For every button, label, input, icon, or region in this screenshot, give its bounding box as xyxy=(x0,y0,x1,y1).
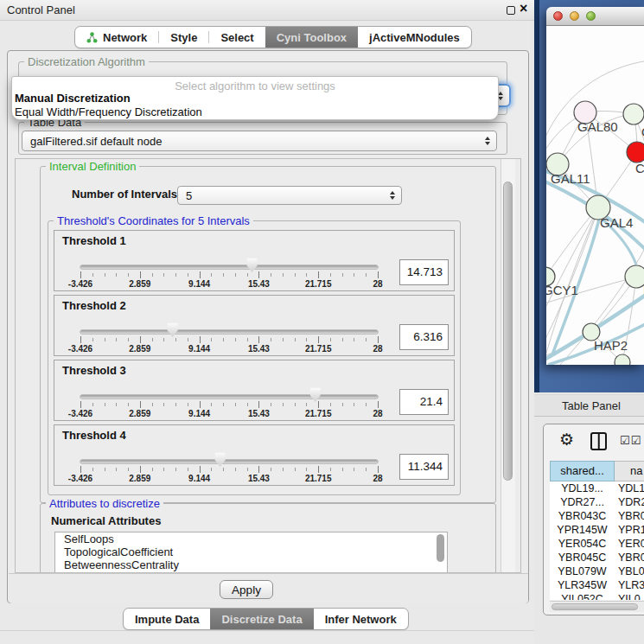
thresholds-group: Threshold's Coordinates for 5 Intervals … xyxy=(48,220,461,495)
slider-ticks xyxy=(80,336,378,344)
threshold-slider[interactable]: -3.4262.8599.14415.4321.71528 xyxy=(80,231,378,292)
tab-impute-data[interactable]: Impute Data xyxy=(124,609,210,629)
threshold-value-field[interactable]: 21.4 xyxy=(399,389,449,415)
tab-impute-data-label: Impute Data xyxy=(135,613,199,626)
threshold-value-field[interactable]: 11.344 xyxy=(399,454,449,480)
thresholds-stack: Threshold 1-3.4262.8599.14415.4321.71528… xyxy=(54,230,455,489)
table-row[interactable]: YIL052CYIL0 xyxy=(550,592,644,600)
close-icon[interactable]: × xyxy=(520,1,527,16)
table-cell-name: YIL0 xyxy=(615,592,644,600)
network-node[interactable] xyxy=(625,265,644,288)
table-row[interactable]: YER054CYER0 xyxy=(550,537,644,551)
gear-icon[interactable]: ⚙ xyxy=(559,430,574,450)
threshold-value-field[interactable]: 14.713 xyxy=(399,259,449,285)
table-cell-shared-name: YDL19... xyxy=(550,481,615,495)
tab-network-label: Network xyxy=(103,31,147,44)
numerical-attributes-label: Numerical Attributes xyxy=(51,514,161,527)
network-node[interactable] xyxy=(623,104,644,124)
table-row[interactable]: YBR045CYBR0 xyxy=(550,551,644,564)
network-view-window: GAL80GACGAL11GAL4GCY1HHAP2 xyxy=(546,7,644,365)
vertical-scrollbar-track[interactable] xyxy=(501,159,515,572)
attribute-list-item[interactable]: SelfLoops xyxy=(55,532,447,545)
slider-track[interactable] xyxy=(80,265,378,269)
apply-button[interactable]: Apply xyxy=(220,580,273,599)
algorithm-dropdown-popup: Select algorithm to view settings Manual… xyxy=(11,76,499,120)
slider-thumb[interactable] xyxy=(246,258,258,272)
tab-infer-network[interactable]: Infer Network xyxy=(314,609,408,629)
screenshot-root: Control Panel × Network Style Select Cyn… xyxy=(0,0,644,644)
slider-thumb[interactable] xyxy=(167,322,179,337)
number-of-intervals-value: 5 xyxy=(186,189,192,202)
table-cell-shared-name: YBR043C xyxy=(550,509,615,523)
control-panel-titlebar: Control Panel × xyxy=(0,0,534,21)
network-node-label: HAP2 xyxy=(594,338,628,353)
vertical-scrollbar-thumb[interactable] xyxy=(503,182,513,481)
table-row[interactable]: YBL079WYBL0 xyxy=(550,564,644,578)
tab-cyni-toolbox[interactable]: Cyni Toolbox xyxy=(265,27,358,48)
control-panel-title: Control Panel xyxy=(7,3,75,16)
horizontal-scrollbar-track[interactable] xyxy=(550,601,644,612)
tab-jactivemnodules[interactable]: jActiveMNodules xyxy=(358,27,471,48)
attribute-list-item[interactable]: TopologicalCoefficient xyxy=(55,545,447,558)
table-cell-shared-name: YLR345W xyxy=(550,578,615,592)
table-cell-shared-name: YPR145W xyxy=(550,523,615,537)
columns-icon[interactable] xyxy=(590,432,607,450)
threshold-slider[interactable]: -3.4262.8599.14415.4321.71528 xyxy=(80,360,378,422)
table-cell-shared-name: YIL052C xyxy=(550,592,615,600)
network-node[interactable] xyxy=(615,354,630,365)
table-header-name[interactable]: na xyxy=(615,461,644,481)
settings-scroll-viewport: Interval Definition Number of Intervals … xyxy=(15,158,521,573)
combo-stepper-icon xyxy=(390,191,395,200)
tab-infer-network-label: Infer Network xyxy=(325,613,397,626)
threshold-panel: Threshold 2-3.4262.8599.14415.4321.71528… xyxy=(54,295,455,356)
threshold-slider[interactable]: -3.4262.8599.14415.4321.71528 xyxy=(80,425,378,487)
interval-definition-group: Interval Definition Number of Intervals … xyxy=(40,166,496,503)
tab-style[interactable]: Style xyxy=(159,27,208,48)
table-row[interactable]: YDL19...YDL1 xyxy=(550,481,644,495)
tab-select[interactable]: Select xyxy=(209,27,265,48)
horizontal-scrollbar-thumb[interactable] xyxy=(552,603,638,610)
algorithm-option-manual[interactable]: Manual Discretization xyxy=(15,92,131,105)
network-node-label: GCY1 xyxy=(546,283,578,297)
top-tab-bar: Network Style Select Cyni Toolbox jActiv… xyxy=(74,26,472,48)
slider-track[interactable] xyxy=(80,395,378,399)
table-cell-name: YPR1 xyxy=(615,523,644,537)
table-data-combo[interactable]: galFiltered.sif default node xyxy=(22,131,497,151)
zoom-traffic-light[interactable] xyxy=(586,11,596,21)
table-row[interactable]: YDR27...YDR2 xyxy=(550,495,644,509)
table-cell-shared-name: YBL079W xyxy=(550,564,615,578)
table-header-shared-name[interactable]: shared... xyxy=(550,461,615,481)
table-row[interactable]: YBR043CYBR0 xyxy=(550,509,644,523)
table-row[interactable]: YLR345WYLR3 xyxy=(550,578,644,592)
table-cell-name: YBR0 xyxy=(615,551,644,564)
algorithm-option-equal-width[interactable]: Equal Width/Frequency Discretization xyxy=(15,105,202,118)
tab-discretize-data[interactable]: Discretize Data xyxy=(210,609,313,629)
threshold-panel: Threshold 4-3.4262.8599.14415.4321.71528… xyxy=(54,424,455,486)
number-of-intervals-combo[interactable]: 5 xyxy=(177,186,402,205)
combo-stepper-icon xyxy=(485,137,490,145)
slider-ticks xyxy=(80,271,378,279)
threshold-slider[interactable]: -3.4262.8599.14415.4321.71528 xyxy=(80,296,378,357)
minimize-traffic-light[interactable] xyxy=(570,11,579,21)
list-scrollbar-thumb[interactable] xyxy=(437,534,444,562)
network-canvas[interactable]: GAL80GACGAL11GAL4GCY1HHAP2 xyxy=(546,26,644,365)
slider-tick-labels: -3.4262.8599.14415.4321.71528 xyxy=(80,344,378,354)
slider-track[interactable] xyxy=(80,460,378,463)
table-cell-name: YBR0 xyxy=(615,509,644,523)
checkboxes-icon[interactable]: ☑☑ xyxy=(620,434,641,447)
network-node[interactable] xyxy=(627,142,644,163)
slider-thumb[interactable] xyxy=(214,452,226,467)
slider-track[interactable] xyxy=(80,330,378,334)
table-row[interactable]: YPR145WYPR1 xyxy=(550,523,644,537)
threshold-value-field[interactable]: 6.316 xyxy=(399,324,449,350)
float-window-icon[interactable] xyxy=(507,6,515,15)
network-icon xyxy=(86,32,98,43)
control-panel-window: Control Panel × Network Style Select Cyn… xyxy=(0,0,534,644)
tab-network[interactable]: Network xyxy=(75,27,158,48)
slider-thumb[interactable] xyxy=(309,387,322,402)
table-cell-name: YER0 xyxy=(615,537,644,551)
close-traffic-light[interactable] xyxy=(553,11,563,21)
numerical-attributes-list[interactable]: SelfLoopsTopologicalCoefficientBetweenne… xyxy=(54,532,448,573)
discretization-algorithm-title: Discretization Algorithm xyxy=(24,55,149,68)
attribute-list-item[interactable]: BetweennessCentrality xyxy=(55,558,447,571)
